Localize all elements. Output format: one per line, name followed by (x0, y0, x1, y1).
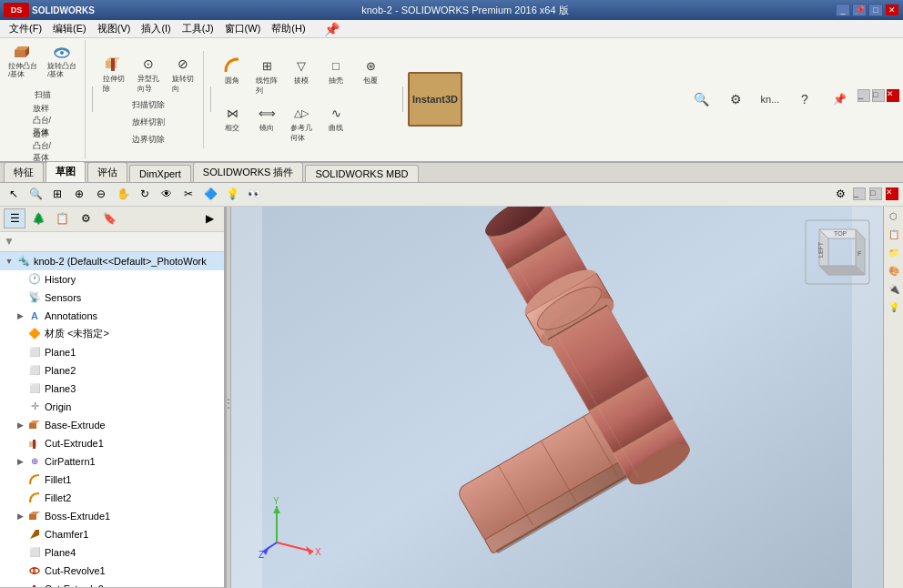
close-button[interactable]: ✕ (885, 4, 899, 16)
curves-button[interactable]: ∿ 曲线 (320, 100, 352, 136)
tab-evaluate[interactable]: 评估 (87, 162, 127, 182)
menu-edit[interactable]: 编辑(E) (47, 20, 92, 37)
sec-btn-arrow[interactable]: ↖ (4, 185, 24, 203)
linear-pattern-button[interactable]: ⊞ 线性阵列 (250, 53, 283, 98)
boss-extrude-button[interactable]: 拉伸凸台/基体 (4, 40, 42, 82)
boundary-boss-button[interactable]: 边界凸台/基体 (20, 134, 66, 159)
loft-cut-button[interactable]: 放样切割 (97, 114, 199, 131)
panel-tab-properties[interactable]: 🌲 (27, 208, 49, 228)
view-cube[interactable]: TOP LEFT F (801, 216, 874, 291)
instant3d-button[interactable]: Instant3D (408, 72, 462, 127)
cut-extrude-button[interactable]: 拉伸切除 (97, 51, 130, 96)
tab-sw-addins[interactable]: SOLIDWORKS 插件 (193, 162, 304, 182)
sec-btn-hide-show[interactable]: 👀 (244, 185, 264, 203)
tree-item-cut-revolve1[interactable]: Cut-Revolve1 (0, 562, 224, 580)
right-btn-appearance[interactable]: 🎨 (886, 263, 902, 279)
filter-input[interactable] (15, 237, 220, 247)
tree-item-cut-extrude1[interactable]: Cut-Extrude1 (0, 434, 224, 452)
search-button[interactable]: 🔍 (685, 89, 717, 109)
right-btn-lights[interactable]: 💡 (886, 299, 902, 316)
tree-item-material[interactable]: 🔶 材质 <未指定> (0, 325, 224, 343)
intersect-button[interactable]: ⋈ 相交 (216, 100, 249, 136)
right-btn-home[interactable]: ⬡ (886, 208, 902, 225)
sec-btn-lights[interactable]: 💡 (222, 185, 242, 203)
tree-item-boss-extrude1[interactable]: ▶ Boss-Extrude1 (0, 507, 224, 525)
tree-item-plane3[interactable]: ⬜ Plane3 (0, 380, 224, 398)
shell-button[interactable]: □ 抽壳 (320, 53, 352, 88)
tree-toggle-cirpattern1[interactable]: ▶ (15, 456, 25, 467)
revolve-boss-button[interactable]: 旋转凸台/基体 (43, 40, 81, 82)
menu-insert[interactable]: 插入(I) (136, 20, 176, 37)
sec-btn-rotate[interactable]: ↻ (135, 185, 155, 203)
toolbar-maximize[interactable]: □ (872, 89, 885, 102)
panel-tab-config[interactable]: 📋 (51, 208, 73, 228)
tab-features[interactable]: 特征 (4, 162, 44, 182)
tab-sw-mbd[interactable]: SOLIDWORKS MBD (305, 165, 418, 182)
pin-button[interactable]: 📌 (852, 4, 867, 16)
panel-expand-button[interactable]: ▶ (198, 208, 220, 228)
sec-win-close[interactable]: ✕ (886, 188, 898, 200)
wrap-button[interactable]: ⊛ 包覆 (354, 53, 387, 88)
revolve-cut-button[interactable]: ⊘ 旋转切向 (167, 51, 199, 96)
fillet-button[interactable]: 圆角 (216, 53, 249, 88)
draft-button[interactable]: ▽ 拔模 (285, 53, 318, 88)
tree-item-chamfer1[interactable]: Chamfer1 (0, 525, 224, 543)
sec-btn-section[interactable]: ✂ (178, 185, 198, 203)
tree-item-cut-extrude2[interactable]: Cut-Extrude2 (0, 580, 224, 587)
3d-viewport[interactable]: X Y Z (231, 207, 883, 588)
tree-item-plane4[interactable]: ⬜ Plane4 (0, 543, 224, 562)
sec-win-min[interactable]: _ (853, 188, 866, 200)
options-button[interactable]: ⚙ (719, 89, 752, 109)
menu-help[interactable]: 帮助(H) (266, 20, 310, 37)
tree-item-plane2[interactable]: ⬜ Plane2 (0, 361, 224, 380)
right-btn-files[interactable]: 📁 (886, 245, 902, 261)
right-btn-views[interactable]: 📋 (886, 227, 902, 243)
ref-geometry-button[interactable]: △▷ 参考几何体 (285, 100, 318, 146)
tree-item-fillet2[interactable]: Fillet2 (0, 489, 224, 507)
tree-item-cirpattern1[interactable]: ▶ ⊕ CirPattern1 (0, 452, 224, 471)
sec-btn-pan[interactable]: ✋ (113, 185, 133, 203)
mirror-button[interactable]: ⟺ 镜向 (250, 100, 283, 136)
tree-item-annotations[interactable]: ▶ A Annotations (0, 307, 224, 325)
tree-item-sensors[interactable]: 📡 Sensors (0, 289, 224, 307)
menu-file[interactable]: 文件(F) (4, 20, 47, 37)
boundary-cut-button[interactable]: 边界切除 (97, 131, 199, 148)
toolbar-minimize[interactable]: _ (857, 89, 870, 102)
sec-btn-view[interactable]: 👁 (157, 185, 177, 203)
sec-btn-display[interactable]: 🔷 (200, 185, 220, 203)
panel-tab-custom[interactable]: 🔖 (98, 208, 120, 228)
hole-wizard-button[interactable]: ⊙ 异型孔向导 (132, 51, 165, 96)
sec-btn-zoom-in[interactable]: ⊕ (69, 185, 89, 203)
tree-item-fillet1[interactable]: Fillet1 (0, 471, 224, 489)
tree-item-plane1[interactable]: ⬜ Plane1 (0, 343, 224, 361)
toolbar-close[interactable]: ✕ (887, 89, 899, 102)
menu-view[interactable]: 视图(V) (92, 20, 137, 37)
panel-tab-feature-tree[interactable]: ☰ (4, 208, 25, 228)
tree-item-base-extrude[interactable]: ▶ Base-Extrude (0, 416, 224, 434)
tab-dimxpert[interactable]: DimXpert (129, 165, 191, 182)
tree-toggle-boss-extrude1[interactable]: ▶ (15, 511, 25, 522)
tree-toggle-base-extrude[interactable]: ▶ (15, 420, 25, 431)
sec-btn-search[interactable]: 🔍 (25, 185, 46, 203)
sec-btn-zoom-out[interactable]: ⊖ (91, 185, 111, 203)
panel-tab-appearance[interactable]: ⚙ (75, 208, 96, 228)
pin-toolbar-button[interactable]: 📌 (823, 89, 856, 109)
menu-pin-icon[interactable]: 📌 (319, 20, 345, 38)
user-button[interactable]: kn... (754, 89, 786, 109)
maximize-button[interactable]: □ (868, 4, 883, 16)
minimize-button[interactable]: _ (836, 4, 850, 16)
menu-tools[interactable]: 工具(J) (177, 20, 219, 37)
menu-window[interactable]: 窗口(W) (219, 20, 267, 37)
sec-win-max[interactable]: □ (869, 188, 882, 200)
right-btn-plugins[interactable]: 🔌 (886, 281, 902, 298)
tree-toggle-annotations[interactable]: ▶ (15, 310, 25, 321)
tree-item-origin[interactable]: ✛ Origin (0, 398, 224, 416)
tab-sketch[interactable]: 草图 (46, 161, 86, 182)
tree-item-root[interactable]: ▼ 🔩 knob-2 (Default<<Default>_PhotoWork (0, 252, 224, 270)
tree-toggle-root[interactable]: ▼ (4, 256, 15, 267)
sweep-cut-button[interactable]: 扫描切除 (97, 96, 199, 114)
sec-btn-settings[interactable]: ⚙ (830, 185, 850, 203)
help-button[interactable]: ? (788, 89, 821, 109)
sec-btn-zoom-fit[interactable]: ⊞ (47, 185, 67, 203)
tree-item-history[interactable]: 🕐 History (0, 270, 224, 289)
